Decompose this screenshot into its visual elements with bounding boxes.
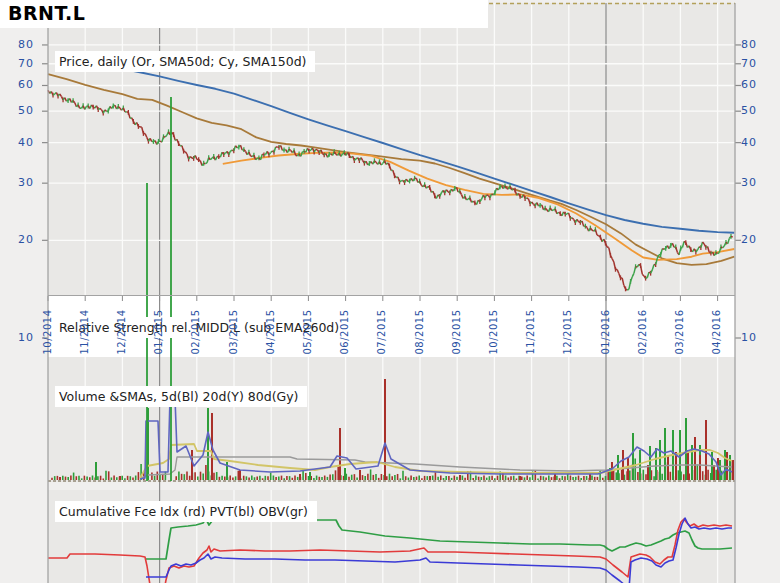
price-ytick-label-right: 20 bbox=[741, 233, 775, 246]
price-ytick-label-left: 30 bbox=[4, 176, 34, 189]
price-ytick-label-right: 70 bbox=[741, 57, 775, 70]
price-ytick-label-right: 10 bbox=[741, 331, 775, 344]
month-label: 01/2015 bbox=[153, 302, 165, 362]
price-ytick-label-right: 50 bbox=[741, 104, 775, 117]
month-label: 02/2016 bbox=[637, 302, 649, 362]
price-ytick-label-right: 40 bbox=[741, 136, 775, 149]
price-panel-label: Price, daily (Or, SMA50d; Cy, SMA150d) bbox=[55, 51, 315, 72]
month-label: 05/2015 bbox=[302, 302, 314, 362]
title-box: BRNT.L bbox=[0, 0, 488, 28]
month-label: 12/2014 bbox=[116, 302, 128, 362]
month-label: 09/2015 bbox=[451, 302, 463, 362]
volume-panel-label: Volume &SMAs, 5d(Bl) 20d(Y) 80d(Gy) bbox=[55, 386, 307, 407]
month-label: 10/2015 bbox=[488, 302, 500, 362]
month-label: 11/2015 bbox=[525, 302, 537, 362]
price-ytick-label-left: 20 bbox=[4, 233, 34, 246]
ticker-title: BRNT.L bbox=[8, 2, 85, 24]
month-label: 02/2015 bbox=[190, 302, 202, 362]
force-index-panel-label: Cumulative Fce Idx (rd) PVT(bl) OBV(gr) bbox=[55, 501, 317, 522]
price-ytick-label-right: 30 bbox=[741, 176, 775, 189]
month-label: 01/2016 bbox=[600, 302, 612, 362]
month-label: 03/2016 bbox=[674, 302, 686, 362]
price-ytick-label-left: 70 bbox=[4, 57, 34, 70]
price-ytick-label-right: 60 bbox=[741, 78, 775, 91]
price-ytick-label-left: 10 bbox=[4, 331, 34, 344]
price-ytick-label-left: 40 bbox=[4, 136, 34, 149]
month-label: 03/2015 bbox=[228, 302, 240, 362]
month-label: 04/2015 bbox=[265, 302, 277, 362]
month-label: 12/2015 bbox=[562, 302, 574, 362]
month-label: 07/2015 bbox=[376, 302, 388, 362]
chart-canvas bbox=[0, 0, 780, 583]
month-label: 06/2015 bbox=[339, 302, 351, 362]
price-ytick-label-left: 60 bbox=[4, 78, 34, 91]
price-ytick-label-left: 50 bbox=[4, 104, 34, 117]
month-label: 11/2014 bbox=[79, 302, 91, 362]
month-label: 04/2016 bbox=[711, 302, 723, 362]
price-ytick-label-right: 80 bbox=[741, 38, 775, 51]
month-label: 10/2014 bbox=[42, 302, 54, 362]
month-label: 08/2015 bbox=[414, 302, 426, 362]
price-ytick-label-left: 80 bbox=[4, 38, 34, 51]
chart-stage: BRNT.L Price, daily (Or, SMA50d; Cy, SMA… bbox=[0, 0, 780, 583]
